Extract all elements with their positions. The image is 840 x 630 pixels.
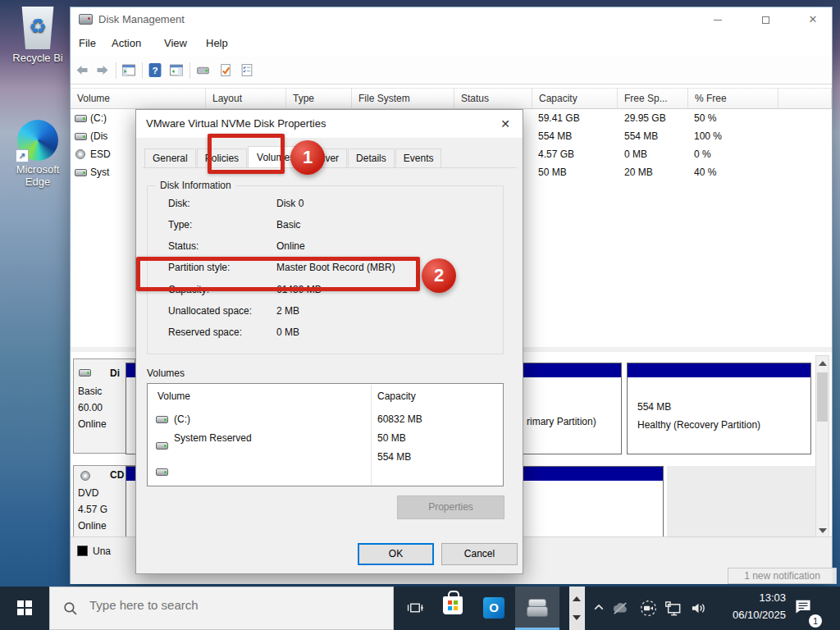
close-button[interactable]: ✕ [796,7,830,32]
tray-network[interactable] [664,600,682,619]
listbox-header-capacity: Capacity [377,390,416,402]
volume-free: 29.95 GB [624,112,666,124]
drive-icon [156,468,168,476]
scroll-down-icon[interactable] [819,528,827,533]
partition-header [628,363,810,378]
column-header-type[interactable]: Type [286,88,352,109]
properties-button[interactable]: Properties [397,495,504,519]
clock-date[interactable]: 06/10/2025 [715,609,786,621]
camera-icon [640,600,657,617]
tray-expand-chevron[interactable] [592,601,605,616]
dialog-close-button[interactable]: ✕ [492,112,518,136]
volume-capacity: 554 MB [538,130,572,142]
column-header-capacity[interactable]: Capacity [532,88,618,109]
desktop: Recycle Bi Microsoft Edge Disk Managemen… [0,0,840,630]
scroll-down-icon[interactable] [573,615,581,620]
tray-volume[interactable] [690,600,707,619]
info-label: Unallocated space: [168,305,252,317]
taskbar-disk-management-button[interactable] [515,587,559,630]
column-header-freespace[interactable]: Free Sp... [618,88,688,109]
maximize-button[interactable] [748,7,783,32]
volume-free: 0 MB [624,148,647,160]
console-tree-icon[interactable] [121,63,136,77]
tray-onedrive[interactable] [612,600,628,619]
info-value: 0 MB [276,326,299,338]
minimize-button[interactable] [701,7,735,32]
volumes-section-label: Volumes [147,368,185,379]
empty-area [667,466,815,542]
cdrom-type: DVD [78,487,98,499]
back-icon[interactable] [75,63,89,77]
action-pane-icon[interactable] [169,63,184,77]
task-view-icon [407,600,423,616]
action-center-button[interactable]: 1 [794,598,830,630]
drive-icon [156,442,168,450]
cd-icon [75,149,85,159]
outlook-icon: O [483,597,504,619]
volume-pctfree: 50 % [694,112,716,124]
annotation-step-2: 2 [422,258,456,293]
menu-view[interactable]: View [164,37,187,49]
taskbar-store-button[interactable] [433,587,472,630]
group-label: Disk Information [156,180,235,191]
disk0-size: 60.00 [78,402,103,413]
desktop-icon-recycle-bin[interactable]: Recycle Bi [8,7,67,64]
checklist-icon[interactable] [240,63,254,77]
tray-meet-now[interactable] [640,600,657,620]
column-header-status[interactable]: Status [454,88,532,109]
tab-events[interactable]: Events [395,148,442,167]
graphical-pane-scrollbar[interactable] [815,355,829,539]
scrollbar-thumb[interactable] [817,372,828,422]
notification-toast[interactable]: 1 new notification [728,568,837,584]
volume-name: (C:) [90,112,107,124]
info-label: Status: [168,240,199,252]
taskbar-search[interactable] [49,587,394,630]
column-header-filesystem[interactable]: File System [352,88,454,109]
partition-block-recovery[interactable]: 554 MB Healthy (Recovery Partition) [627,363,811,454]
toolbar-separator [189,62,190,79]
listbox-volume-capacity: 50 MB [377,432,406,444]
info-label: Reserved space: [168,326,242,338]
cancel-button[interactable]: Cancel [441,543,518,565]
task-view-button[interactable] [399,587,431,630]
disk0-name: Di [110,368,120,379]
svg-text:?: ? [152,65,158,75]
help-icon[interactable]: ? [148,63,162,77]
column-header-pctfree[interactable]: % Free [688,88,778,109]
menu-bar: File Action View Help [71,32,832,57]
search-input[interactable] [89,598,377,612]
toolbar-separator [116,62,116,79]
unallocated-legend-swatch [77,546,88,556]
menu-help[interactable]: Help [206,37,228,49]
cdrom-size: 4.57 G [78,504,107,515]
taskbar-outlook-button[interactable]: O [474,587,514,630]
onedrive-cloud-icon [612,600,628,615]
checkmark-document-icon[interactable] [218,63,233,77]
listbox-header-volume: Volume [158,390,190,402]
scroll-up-icon[interactable] [819,361,827,366]
menu-action[interactable]: Action [112,37,141,49]
network-icon [664,600,682,616]
clock-time[interactable]: 13:03 [715,591,786,604]
windows-logo-icon [17,600,32,615]
volume-name: ESD [90,148,111,160]
column-header-layout[interactable]: Layout [206,88,286,109]
tab-details[interactable]: Details [348,148,395,167]
desktop-icon-edge[interactable]: Microsoft Edge [11,120,64,188]
minimize-icon [714,20,722,21]
cd-icon [80,471,90,481]
volumes-listbox[interactable]: Volume Capacity (C:) 60832 MB System Res… [147,383,504,486]
forward-icon[interactable] [95,63,110,77]
ok-button[interactable]: OK [358,543,434,565]
menu-file[interactable]: File [79,37,96,49]
start-button[interactable] [0,587,49,630]
scroll-up-icon[interactable] [573,596,581,601]
speaker-icon [690,600,707,616]
column-header-volume[interactable]: Volume [71,88,206,109]
taskbar-overflow-scroll[interactable] [569,587,585,630]
tab-general[interactable]: General [144,148,196,167]
info-value: 2 MB [276,305,299,317]
drive-tool-icon[interactable] [196,63,211,77]
info-value: Basic [276,219,300,231]
drive-icon [75,133,87,140]
